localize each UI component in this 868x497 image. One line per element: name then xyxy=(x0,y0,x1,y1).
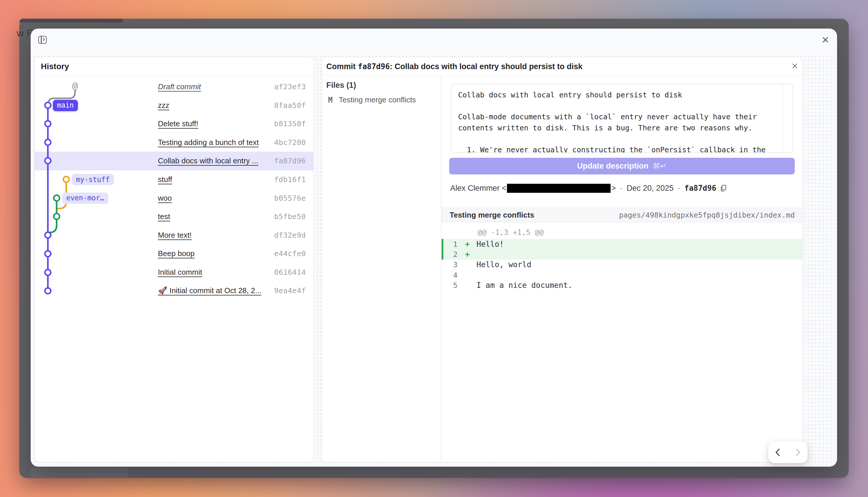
commit-row[interactable]: Initial commit0616414 xyxy=(35,263,313,282)
commit-message-link[interactable]: Collab docs with local entry ... xyxy=(158,156,258,165)
branch-badge-main[interactable]: main xyxy=(53,100,78,111)
diff-line: 1+Hello! xyxy=(442,239,803,249)
file-status-modified: M xyxy=(328,96,333,104)
files-column: Files (1) M Testing merge conflicts xyxy=(322,76,441,462)
commit-hash: 9ea4e4f xyxy=(274,286,306,295)
commit-row[interactable]: testb5fbe50 xyxy=(35,208,313,226)
diff-hunk-header: @@ -1,3 +1,5 @@ xyxy=(478,227,544,238)
separator-dot: · xyxy=(620,184,622,193)
diff-file-path: pages/498kindgpxke5fpq8jsjdibex/index.md xyxy=(619,211,795,219)
redacted-email xyxy=(507,184,611,193)
commit-title-prefix: Commit xyxy=(326,62,358,71)
update-description-button[interactable]: Update description ⌘↵ xyxy=(449,158,795,174)
email-close-bracket: > xyxy=(611,184,616,193)
sidebar-toggle-icon[interactable] xyxy=(38,36,47,44)
description-line xyxy=(458,101,775,112)
commit-date: Dec 20, 2025 xyxy=(627,184,674,193)
commit-message-link[interactable]: zzz xyxy=(158,101,169,110)
commit-row[interactable]: Draft commitaf23ef3 xyxy=(35,77,313,96)
author-name: Alex Clemmer xyxy=(450,184,500,193)
commit-detail-header: Commit fa87d96: Collab docs with local e… xyxy=(322,57,802,76)
commit-message-link[interactable]: Beep boop xyxy=(158,249,195,258)
sidebar-toggle-divider xyxy=(41,37,42,43)
commit-row[interactable]: 🚀 Initial commit at Oct 28, 2...9ea4e4f xyxy=(35,282,313,300)
chevron-right-icon xyxy=(41,38,45,41)
shortcut-hint: ⌘↵ xyxy=(653,161,667,171)
commit-hash: b05576e xyxy=(274,194,306,202)
description-scrollbar-gutter[interactable] xyxy=(783,84,783,153)
description-line: Collab docs with local entry should pers… xyxy=(458,89,775,101)
copy-icon[interactable] xyxy=(720,184,727,192)
commit-row[interactable]: Delete stuff!b81350f xyxy=(35,115,313,133)
background-partial-text: w F xyxy=(17,27,33,39)
commit-row[interactable]: Collab docs with local entry ...fa87d96 xyxy=(35,152,313,170)
commit-detail-body: Files (1) M Testing merge conflicts Coll… xyxy=(322,76,802,462)
file-list-item[interactable]: M Testing merge conflicts xyxy=(328,95,416,104)
history-title: History xyxy=(41,62,69,71)
description-line: contents written to disk. This is a bug.… xyxy=(458,123,775,133)
window-tab-strip xyxy=(19,19,123,23)
commit-message-link[interactable]: Draft commit xyxy=(158,82,201,91)
description-line xyxy=(458,133,775,144)
commit-row[interactable]: Beep boope44cfe0 xyxy=(35,244,313,263)
description-line: 1. We're never actually constructing the… xyxy=(458,144,775,153)
diff-line: 2+ xyxy=(442,249,803,259)
diff-line: 4 xyxy=(442,270,803,280)
commit-hash: df32e9d xyxy=(274,231,306,240)
description-editor[interactable]: Collab docs with local entry should pers… xyxy=(451,84,793,153)
commit-message-link[interactable]: 🚀 Initial commit at Oct 28, 2... xyxy=(158,286,262,295)
commit-list: @ Draft commitaf23ef3zzz8faa50fmainDe xyxy=(35,76,313,462)
diff-code-text: I am a nice document. xyxy=(477,281,573,289)
commit-title-rest: : Collab docs with local entry should pe… xyxy=(390,62,583,71)
commit-message-link[interactable]: test xyxy=(158,212,170,221)
diff-code-text: Hello, world xyxy=(477,260,531,269)
window-bottom-strip xyxy=(31,468,128,478)
commit-message-link[interactable]: Delete stuff! xyxy=(158,119,198,128)
diff-line-number: 2 xyxy=(442,250,458,258)
commit-message-link[interactable]: stuff xyxy=(158,175,172,184)
commit-hash: fdb16f1 xyxy=(274,175,306,184)
commit-hash: fa87d96 xyxy=(274,157,306,165)
commit-main-column: Collab docs with local entry should pers… xyxy=(442,76,803,462)
description-line: Collab-mode documents with a `local` ent… xyxy=(458,111,775,123)
diff-line-number: 1 xyxy=(442,240,458,248)
file-name: Testing merge conflicts xyxy=(339,95,416,104)
diff-added-sign: + xyxy=(465,240,470,248)
diff-file-header: Testing merge conflicts pages/498kindgpx… xyxy=(442,208,803,222)
modal-toolbar xyxy=(31,29,837,53)
close-icon[interactable] xyxy=(792,63,798,69)
commit-message-link[interactable]: Testing adding a bunch of text xyxy=(158,138,258,147)
diff-line: 5I am a nice document. xyxy=(442,280,803,290)
pagination-pill xyxy=(768,442,808,463)
commit-message-link[interactable]: More text! xyxy=(158,231,192,240)
commit-message-link[interactable]: Initial commit xyxy=(158,268,202,277)
commit-hash: 4bc7200 xyxy=(274,138,306,147)
branch-badge-even-mor[interactable]: even-mor… xyxy=(62,193,108,204)
branch-badge-my-stuff[interactable]: my-stuff xyxy=(72,174,114,185)
commit-hash: e44cfe0 xyxy=(274,250,306,258)
commit-row[interactable]: More text!df32e9d xyxy=(35,226,313,244)
author-row: Alex Clemmer <> · Dec 20, 2025 · fa87d96 xyxy=(450,183,728,194)
diff-code-text: Hello! xyxy=(477,240,504,248)
commit-hash: af23ef3 xyxy=(274,83,306,91)
commit-detail-panel: Commit fa87d96: Collab docs with local e… xyxy=(322,57,803,462)
diff-added-sign: + xyxy=(465,250,470,259)
next-commit-button[interactable] xyxy=(793,448,802,457)
commit-row[interactable]: Testing adding a bunch of text4bc7200 xyxy=(35,133,313,152)
email-open-bracket: < xyxy=(502,184,507,193)
separator-dot: · xyxy=(678,184,680,193)
history-header: History xyxy=(35,57,313,76)
close-icon[interactable] xyxy=(822,37,829,43)
commit-title-hash: fa87d96 xyxy=(358,62,390,71)
description-text: Collab docs with local entry should pers… xyxy=(458,89,775,153)
commit-hash: 0616414 xyxy=(274,268,306,276)
history-panel: History @ xyxy=(34,57,314,462)
diff-line-number: 4 xyxy=(442,271,458,279)
commit-detail-title: Commit fa87d96: Collab docs with local e… xyxy=(326,62,583,71)
diff-file-title: Testing merge conflicts xyxy=(450,211,534,219)
commit-message-link[interactable]: woo xyxy=(158,194,172,203)
diff-line-number: 3 xyxy=(442,260,458,269)
diff-line: 3Hello, world xyxy=(442,259,803,270)
diff-line-number: 5 xyxy=(442,281,458,289)
previous-commit-button[interactable] xyxy=(774,448,783,457)
